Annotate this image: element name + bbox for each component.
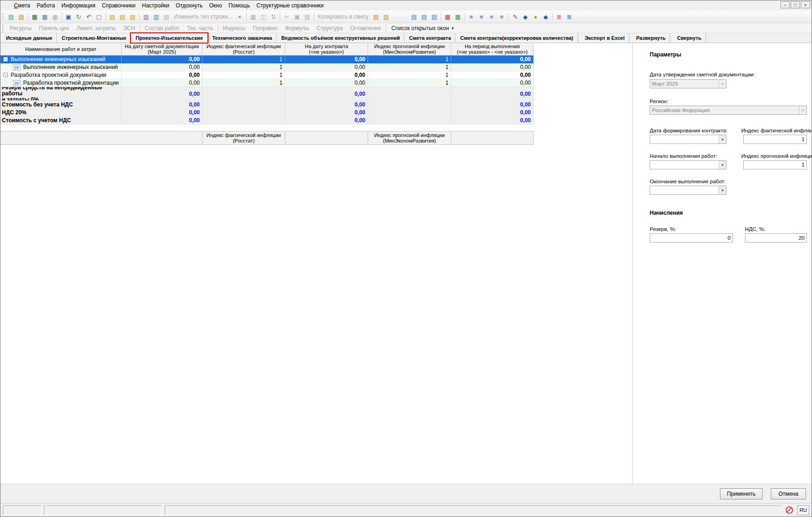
folder-insert-icon[interactable]: ▧	[117, 12, 128, 22]
list-level-2-icon[interactable]: ≡	[476, 12, 486, 22]
row-value-cell: 0,00	[451, 117, 534, 124]
column-header: На дату сметной документации (Март 2025)	[122, 43, 203, 55]
menu-item[interactable]: Информация	[58, 1, 98, 10]
menu-item[interactable]: Смета	[11, 1, 33, 10]
forecast-inflation-index-input[interactable]	[743, 160, 807, 169]
tab[interactable]: Строительно-Монтажные	[57, 33, 131, 43]
panelbar-item: ЭСН	[119, 25, 139, 31]
menu-item[interactable]: Помощь	[225, 1, 253, 10]
menu-item[interactable]: Справочники	[98, 1, 139, 10]
folder-open-icon[interactable]: ▧	[128, 12, 138, 22]
window-view-icon[interactable]: ▥	[151, 12, 161, 22]
collapse-tree-icon[interactable]: ▦	[443, 12, 453, 22]
accruals-title: Начисления	[650, 210, 683, 216]
params-title: Параметры	[650, 51, 681, 58]
tab[interactable]: Смета контракта	[405, 33, 456, 43]
layers-red-icon[interactable]: ≣	[554, 12, 564, 22]
row-value-cell: 0,00	[451, 71, 534, 79]
table-row[interactable]: −Разработка проектной документации0,0010…	[0, 71, 534, 79]
expander-icon[interactable]: −	[3, 57, 8, 62]
chevron-down-icon: ▾	[452, 26, 454, 31]
folder-new-icon[interactable]: ▧	[107, 12, 117, 22]
cancel-button[interactable]: Отмена	[771, 488, 806, 499]
equipment-icon[interactable]: ◆	[541, 12, 551, 22]
status-panel-3	[165, 505, 781, 515]
paste-special-icon[interactable]: ▥	[381, 12, 391, 22]
maximize-button[interactable]: □	[791, 1, 800, 8]
region-value: Российская Федерация	[650, 107, 799, 113]
tab[interactable]: Смета контракта(корректировка количества…	[455, 33, 578, 43]
undo-icon[interactable]: ↶	[84, 12, 94, 22]
work-start-select[interactable]: ▾	[650, 160, 726, 169]
menu-item[interactable]: Отдохнуть	[172, 1, 206, 10]
tab[interactable]: Развернуть	[632, 33, 670, 43]
menu-item[interactable]: Настройки	[139, 1, 172, 10]
tab[interactable]: Проектно-Изыскательские	[131, 33, 208, 43]
chevron-down-icon: ▾	[799, 106, 806, 114]
structure-block-icon: ▦	[248, 12, 258, 22]
reserve-percent-input[interactable]	[650, 233, 733, 243]
expand-tree-icon[interactable]: ▦	[453, 12, 463, 22]
toolbar-groups: ▤▤▦▦◎▣↻↶▢▧▧▧▥▥▤Изменить тип строки...×▦◫…	[6, 12, 574, 22]
table-row[interactable]: ррВыполнение инженерных изысканий0,0010,…	[0, 63, 534, 71]
insert-estimate-row-icon[interactable]: ▤	[6, 12, 16, 22]
panel-bar: РесурсыПанель ценЛимит. затратыЭСНСостав…	[0, 23, 812, 33]
tab[interactable]: Экспорт в Excel	[580, 33, 629, 43]
price-panel-icon[interactable]: ▦	[40, 12, 50, 22]
menu-item[interactable]: Окно	[206, 1, 225, 10]
list-level-3-icon[interactable]: ≡	[486, 12, 497, 22]
layers-blue-icon[interactable]: ≣	[564, 12, 574, 22]
menu-item[interactable]: Структурные справочники	[253, 1, 327, 10]
row-value-cell: 0,00	[285, 63, 368, 71]
row-value-cell: 0,00	[122, 63, 203, 71]
tab[interactable]: Технического заказчика	[208, 33, 277, 43]
minimize-button[interactable]: –	[781, 1, 790, 8]
page-pp-icon[interactable]: ▤	[419, 12, 429, 22]
column-header: Наименование работ и затрат	[0, 43, 122, 55]
copy-doc-icon[interactable]: ▢	[94, 12, 104, 22]
save-icon[interactable]: ▣	[63, 12, 74, 22]
row-value-cell: 0,00	[285, 56, 368, 63]
insert-child-row-icon[interactable]: ▤	[16, 12, 26, 22]
lower-header-spacer	[0, 131, 203, 144]
contract-date-select[interactable]: ▾	[650, 135, 726, 144]
table-row[interactable]: Стоимость с учетом НДС0,000,000,00	[0, 117, 534, 125]
table-row[interactable]: ррРазработка проектной документации0,001…	[0, 79, 534, 87]
pencil-icon[interactable]: ✎	[510, 12, 520, 22]
tab[interactable]: Исходные данные	[1, 33, 57, 43]
open-windows-button[interactable]: Список открытых окон▾	[387, 25, 458, 31]
row-value-cell	[203, 101, 285, 108]
search-icon[interactable]: ◎	[50, 12, 60, 22]
menu-item[interactable]: Работа	[33, 1, 58, 10]
vat-percent-input[interactable]	[745, 233, 807, 243]
lower-grid-header: Индекс фактической инфляции (Росстат) Ин…	[0, 131, 534, 145]
cut-icon: ✂	[282, 12, 292, 22]
report-icon[interactable]: ▥	[141, 12, 151, 22]
apply-button[interactable]: Применить	[720, 488, 763, 499]
actual-inflation-index-input[interactable]	[743, 135, 807, 144]
table-row[interactable]: НДС 20%0,000,000,00	[0, 109, 534, 117]
excel-icon[interactable]: ▦	[30, 12, 40, 22]
refresh-icon[interactable]: ↻	[74, 12, 84, 22]
list-level-4-icon[interactable]: ≡	[497, 12, 507, 22]
table-row[interactable]: Стоимость без учета НДС0,000,000,00	[0, 101, 534, 109]
table-row[interactable]: Резерв средств на непредвиденные работы …	[0, 87, 534, 101]
work-end-select[interactable]: ▾	[650, 186, 726, 195]
expander-icon[interactable]: −	[3, 73, 8, 77]
list-level-1-icon[interactable]: ≡	[466, 12, 476, 22]
tab[interactable]: Свернуть	[672, 33, 706, 43]
tab[interactable]: Ведомость объёмов конструктивных решений	[277, 33, 404, 43]
language-indicator[interactable]: RU	[797, 505, 809, 515]
page-params-icon[interactable]: ▤	[409, 12, 419, 22]
panelbar-item: Панель цен	[35, 25, 73, 31]
close-button[interactable]: ×	[801, 1, 810, 8]
row-value-cell: 0,00	[122, 109, 203, 116]
table-row[interactable]: −Выполнение инженерных изысканий0,0010,0…	[0, 56, 534, 63]
toolbar-separator	[314, 12, 314, 21]
page-ppp-icon[interactable]: ▤	[429, 12, 439, 22]
window-controls: – □ ×	[781, 1, 810, 8]
delete-row-icon[interactable]: ×	[234, 12, 245, 22]
machines-icon[interactable]: ◆	[520, 12, 530, 22]
materials-icon[interactable]: ●	[530, 12, 541, 22]
copy-special-icon[interactable]: ▤	[371, 12, 381, 22]
